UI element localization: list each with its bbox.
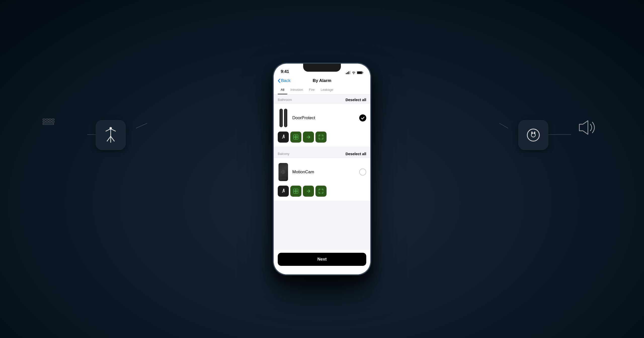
keyboard-icon-box (43, 119, 54, 125)
action-intrusion-icon-2[interactable] (278, 186, 289, 197)
nav-bar: Back By Alarm All Intrusion Fire Leakage (274, 76, 370, 95)
svg-point-9 (109, 127, 112, 130)
svg-rect-16 (347, 72, 348, 74)
tab-all[interactable]: All (278, 86, 287, 94)
svg-line-2 (499, 123, 508, 128)
doorprotect-name: DoorProtect (292, 115, 315, 120)
back-chevron-icon (278, 78, 280, 83)
speaker-icon (577, 119, 597, 137)
motioncam-actions (278, 186, 366, 197)
tab-intrusion[interactable]: Intrusion (287, 86, 306, 94)
running-person-icon-2 (280, 188, 286, 194)
svg-rect-17 (348, 71, 349, 74)
svg-point-22 (283, 135, 285, 136)
action-add-icon[interactable] (290, 132, 301, 143)
svg-line-7 (107, 136, 111, 141)
sensor-svg-icon (103, 126, 118, 144)
action-expand-icon-2[interactable] (315, 186, 327, 197)
svg-rect-18 (350, 71, 350, 74)
section-balcony: Balcony Deselect all (274, 149, 370, 201)
power-icon-box (518, 120, 548, 150)
expand-icon (318, 134, 324, 140)
action-intrusion-icon[interactable] (278, 132, 289, 143)
action-expand-icon[interactable] (315, 132, 327, 143)
svg-marker-14 (579, 121, 588, 134)
content-area: Bathroom Deselect all (274, 95, 370, 250)
arrow-icon-2 (306, 188, 311, 194)
tabs-row: All Intrusion Fire Leakage (278, 86, 366, 94)
plus-icon (293, 135, 298, 140)
tab-fire[interactable]: Fire (306, 86, 317, 94)
device-card-doorprotect: DoorProtect (274, 104, 370, 147)
checkmark-icon (361, 117, 365, 119)
svg-line-1 (136, 123, 147, 128)
section-bathroom: Bathroom Deselect all (274, 95, 370, 147)
bottom-bar: Next (274, 250, 370, 274)
doorprotect-checkbox[interactable] (359, 114, 366, 121)
motioncam-checkbox[interactable] (359, 168, 366, 176)
action-add-icon-2[interactable] (290, 186, 301, 197)
svg-rect-21 (357, 72, 362, 74)
section-balcony-title: Balcony (278, 152, 289, 156)
next-button[interactable]: Next (278, 253, 366, 266)
doorprotect-actions (278, 132, 366, 143)
page-title: By Alarm (313, 78, 331, 83)
action-arrow-icon[interactable] (303, 132, 314, 143)
deselect-all-bathroom[interactable]: Deselect all (345, 98, 366, 102)
plus-icon-2 (293, 189, 298, 194)
section-bathroom-title: Bathroom (278, 98, 292, 102)
svg-point-10 (527, 129, 539, 141)
motioncam-image (278, 162, 289, 182)
svg-rect-15 (346, 73, 347, 74)
motioncam-name: MotionCam (292, 170, 314, 175)
phone-notch (303, 64, 341, 72)
svg-rect-20 (363, 72, 363, 73)
phone-frame: 9:41 (273, 63, 371, 275)
svg-rect-12 (531, 132, 533, 134)
expand-icon-2 (318, 188, 324, 194)
action-arrow-icon-2[interactable] (303, 186, 314, 197)
sensor-icon-box (96, 120, 126, 150)
phone-wrapper: 9:41 (273, 63, 371, 275)
power-svg-icon (526, 128, 541, 143)
arrow-icon (306, 134, 311, 140)
wifi-icon (352, 71, 356, 74)
svg-line-8 (111, 136, 114, 141)
phone-screen: 9:41 (274, 64, 370, 274)
deselect-all-balcony[interactable]: Deselect all (345, 152, 366, 156)
status-time: 9:41 (281, 69, 289, 74)
running-person-icon (280, 134, 286, 140)
status-icons (346, 71, 363, 74)
svg-point-26 (283, 189, 285, 190)
tab-leakage[interactable]: Leakage (318, 86, 336, 94)
device-card-motioncam: MotionCam (274, 158, 370, 201)
battery-icon (357, 71, 363, 74)
doorprotect-image (278, 108, 289, 128)
svg-rect-13 (534, 132, 535, 134)
signal-icon (346, 71, 350, 74)
back-label: Back (281, 78, 291, 83)
back-button[interactable]: Back (278, 78, 291, 83)
